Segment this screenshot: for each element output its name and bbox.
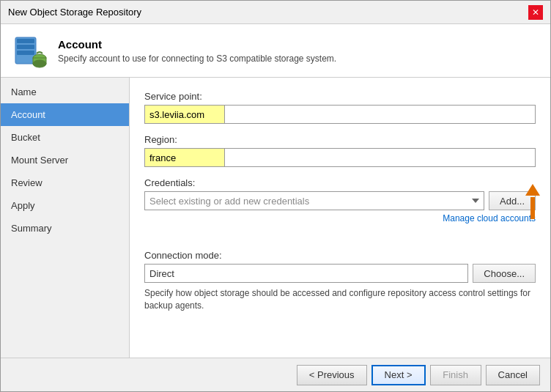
header-title: Account [58,38,336,51]
sidebar: Name Account Bucket Mount Server Review … [1,78,130,358]
sidebar-item-account[interactable]: Account [1,103,129,126]
dialog: New Object Storage Repository ✕ Account … [0,0,551,392]
service-point-input[interactable] [144,105,225,124]
sidebar-item-name[interactable]: Name [1,81,129,103]
title-bar: New Object Storage Repository ✕ [1,1,550,24]
region-row [144,148,536,167]
svg-rect-3 [17,51,34,55]
service-point-extra-input[interactable] [225,105,536,124]
storage-icon [12,33,48,68]
sidebar-item-mount-server[interactable]: Mount Server [1,149,129,171]
sidebar-item-apply[interactable]: Apply [1,194,129,217]
next-button[interactable]: Next > [371,365,426,385]
sidebar-item-summary[interactable]: Summary [1,217,129,240]
svg-rect-2 [17,45,34,49]
header-section: Account Specify account to use for conne… [1,24,550,78]
connection-mode-row: Choose... [144,264,536,283]
footer: < Previous Next > Finish Cancel [1,358,550,391]
arrow-up-icon [525,184,540,196]
svg-rect-1 [17,39,34,43]
header-description: Specify account to use for connecting to… [58,53,336,64]
header-text: Account Specify account to use for conne… [58,38,336,64]
credentials-row: Select existing or add new credentials A… [144,191,536,210]
service-point-group: Service point: [144,91,536,124]
svg-point-6 [33,60,46,67]
main-panel: Service point: Region: Credentials: [130,78,550,358]
content-area: Name Account Bucket Mount Server Review … [1,78,550,358]
region-input[interactable] [144,148,225,167]
credentials-select[interactable]: Select existing or add new credentials [144,191,484,210]
region-group: Region: [144,134,536,167]
region-label: Region: [144,134,536,145]
region-extra-input[interactable] [225,148,536,167]
sidebar-item-review[interactable]: Review [1,171,129,194]
finish-button[interactable]: Finish [430,365,481,385]
service-point-row [144,105,536,124]
cancel-button[interactable]: Cancel [486,365,540,385]
close-button[interactable]: ✕ [528,5,543,20]
connection-note: Specify how object storage should be acc… [144,287,536,312]
sidebar-item-bucket[interactable]: Bucket [1,126,129,149]
dialog-title: New Object Storage Repository [8,7,141,18]
service-point-label: Service point: [144,91,536,102]
connection-mode-section: Connection mode: Choose... Specify how o… [144,250,536,312]
previous-button[interactable]: < Previous [297,365,367,385]
arrow-annotation [525,184,540,219]
manage-cloud-accounts-link[interactable]: Manage cloud accounts [144,213,536,223]
choose-button[interactable]: Choose... [473,264,536,283]
credentials-group: Credentials: Select existing or add new … [144,177,536,223]
connection-mode-label: Connection mode: [144,250,536,261]
arrow-shaft [530,197,535,219]
credentials-label: Credentials: [144,177,536,188]
connection-mode-input[interactable] [144,264,468,283]
